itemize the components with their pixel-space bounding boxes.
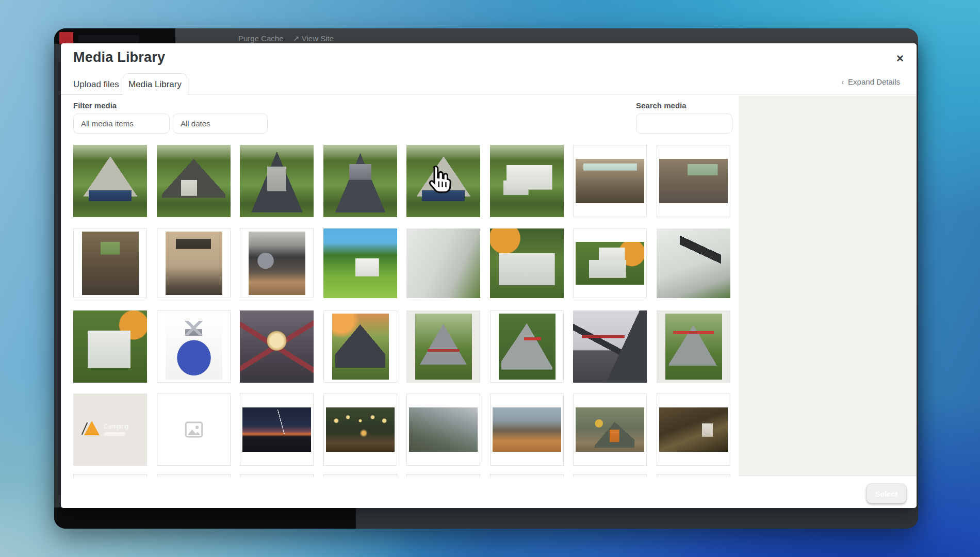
thumbnail-image bbox=[249, 232, 305, 295]
thumbnail-image bbox=[409, 407, 478, 452]
media-item-cooler-open-tent[interactable] bbox=[573, 228, 647, 298]
media-item-cooler-handle[interactable] bbox=[657, 228, 730, 298]
media-item-image-placeholder[interactable] bbox=[157, 394, 231, 466]
desktop-wallpaper: Purge Cache ↗ View Site Media Library ✕ … bbox=[0, 0, 980, 557]
media-item-cooler-closeup[interactable] bbox=[406, 228, 480, 298]
media-item-partial[interactable] bbox=[240, 474, 314, 477]
media-item-night-telescope-camp[interactable] bbox=[240, 394, 314, 466]
media-item-cabin-tent-red-trim[interactable] bbox=[406, 310, 480, 383]
wp-admin-bar: Purge Cache ↗ View Site bbox=[175, 28, 918, 44]
thumbnail-image bbox=[332, 314, 389, 380]
media-item-rv-interior-front[interactable] bbox=[573, 145, 647, 217]
thumbnail-image bbox=[665, 314, 722, 380]
media-item-car-dashboard[interactable] bbox=[240, 228, 314, 298]
media-item-mountain-hiker[interactable] bbox=[406, 394, 480, 466]
media-item-camping-logo-placeholder[interactable]: Camping bbox=[73, 394, 147, 466]
thumbnail-image bbox=[659, 159, 728, 203]
thumbnail-image bbox=[576, 242, 644, 284]
media-item-rv-interior-sofa[interactable] bbox=[657, 145, 730, 217]
media-item-tent-interior[interactable] bbox=[573, 310, 647, 383]
thumbnail-image bbox=[499, 314, 556, 380]
external-arrow-icon: ↗ bbox=[293, 34, 300, 43]
media-item-partial[interactable] bbox=[406, 474, 480, 477]
media-item-partial[interactable] bbox=[73, 474, 147, 477]
thumbnail-image bbox=[493, 407, 561, 452]
media-item-string-lights-camp[interactable] bbox=[323, 394, 397, 466]
thumbnail-image bbox=[242, 407, 311, 452]
media-item-cooler-orange-tent[interactable] bbox=[490, 228, 564, 298]
site-name-dimmed bbox=[78, 35, 139, 42]
thumbnail-image bbox=[326, 407, 395, 452]
media-item-shower-tent-closed[interactable] bbox=[240, 145, 314, 217]
media-item-forest-stream-person[interactable] bbox=[657, 394, 730, 466]
media-grid: Camping bbox=[61, 43, 917, 508]
media-item-autumn-hikers[interactable] bbox=[490, 394, 564, 466]
media-item-partial[interactable] bbox=[573, 474, 647, 477]
logo-subtext bbox=[104, 432, 125, 436]
thumbnail-image bbox=[82, 232, 139, 295]
admin-footer-dimmed bbox=[54, 507, 356, 529]
thumbnail-image bbox=[415, 314, 472, 380]
media-item-tent-blue-canopy-2[interactable] bbox=[406, 145, 480, 217]
media-item-tent-blue-canopy[interactable] bbox=[73, 145, 147, 217]
media-item-cabin-tent-red-trim-2[interactable] bbox=[657, 310, 730, 383]
thumbnail-image bbox=[659, 407, 728, 452]
media-item-partial[interactable] bbox=[490, 474, 564, 477]
media-item-cabin-tent-aerial[interactable] bbox=[490, 310, 564, 383]
thumbnail-image bbox=[166, 232, 222, 295]
media-library-modal: Media Library ✕ Upload files Media Libra… bbox=[61, 43, 917, 508]
media-item-camper-bed[interactable] bbox=[157, 228, 231, 298]
media-item-partial[interactable] bbox=[157, 474, 231, 477]
view-site-link[interactable]: ↗ View Site bbox=[293, 34, 334, 43]
select-button[interactable]: Select bbox=[867, 484, 906, 503]
thumbnail-image bbox=[576, 407, 644, 452]
media-item-shower-tent-open[interactable] bbox=[323, 145, 397, 217]
site-logo bbox=[59, 32, 73, 44]
media-item-camper-trailer-field[interactable] bbox=[323, 228, 397, 298]
tent-logo-icon bbox=[84, 421, 100, 435]
media-item-tent-lantern[interactable] bbox=[240, 310, 314, 383]
media-item-cooler-open-tent-2[interactable] bbox=[73, 310, 147, 383]
media-item-partial[interactable] bbox=[657, 474, 730, 477]
thumbnail-image bbox=[576, 159, 644, 203]
media-item-rv-dinette[interactable] bbox=[73, 228, 147, 298]
media-item-screen-tent-sunset[interactable] bbox=[323, 310, 397, 383]
purge-cache-link[interactable]: Purge Cache bbox=[238, 34, 284, 43]
media-item-dome-tent-gray[interactable] bbox=[157, 145, 231, 217]
media-item-tent-campers-yellow[interactable] bbox=[573, 394, 647, 466]
media-item-camp-stove-canister[interactable] bbox=[157, 310, 231, 383]
logo-text: Camping bbox=[104, 423, 128, 430]
thumbnail-image bbox=[166, 314, 222, 380]
media-item-partial[interactable] bbox=[323, 474, 397, 477]
image-placeholder-icon bbox=[183, 419, 205, 440]
media-item-truck-camper[interactable] bbox=[490, 145, 564, 217]
